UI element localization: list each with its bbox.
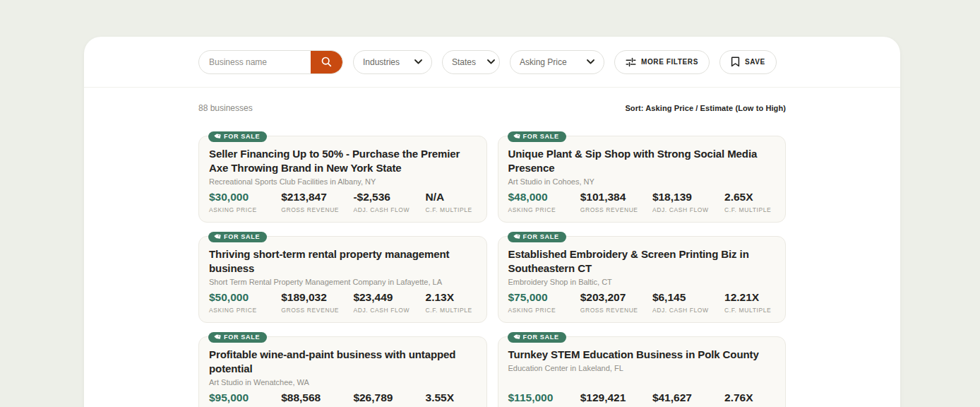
listing-metrics: $95,000 ASKING PRICE $88,568 GROSS REVEN… <box>209 391 477 407</box>
for-sale-badge: FOR SALE <box>508 131 566 142</box>
metric-value: $88,568 <box>281 391 353 404</box>
save-search-button[interactable]: SAVE <box>719 50 777 74</box>
listing-metrics: $48,000 ASKING PRICE $101,384 GROSS REVE… <box>508 191 776 213</box>
metric-value: N/A <box>426 191 477 204</box>
metric: $75,000 ASKING PRICE <box>508 291 580 314</box>
metric-label: GROSS REVENUE <box>281 307 353 314</box>
for-sale-badge-label: FOR SALE <box>523 334 559 341</box>
tag-icon <box>214 234 221 240</box>
filter-toolbar: Industries States Asking Price <box>84 37 900 88</box>
metric-value: $203,207 <box>580 291 652 304</box>
metric-value: $41,627 <box>652 391 724 404</box>
metric-label: GROSS REVENUE <box>281 206 353 213</box>
metric-label: ADJ. CASH FLOW <box>353 307 425 314</box>
metric: $30,000 ASKING PRICE <box>209 191 281 213</box>
listing-subtitle: Short Term Rental Property Management Co… <box>209 278 477 286</box>
listing-title: Thriving short-term rental property mana… <box>209 247 477 276</box>
sort-control[interactable]: Sort: Asking Price / Estimate (Low to Hi… <box>625 104 786 112</box>
metric-value: $95,000 <box>209 391 281 404</box>
metric-value: $48,000 <box>508 191 580 204</box>
listing-metrics: $50,000 ASKING PRICE $189,032 GROSS REVE… <box>209 291 477 314</box>
industries-dropdown[interactable]: Industries <box>353 50 432 74</box>
metric: $41,627 ADJ. CASH FLOW <box>652 391 724 407</box>
metric: $95,000 ASKING PRICE <box>209 391 281 407</box>
metric-label: ASKING PRICE <box>508 206 580 213</box>
listing-card[interactable]: FOR SALE Turnkey STEM Education Business… <box>498 336 787 407</box>
listing-card[interactable]: FOR SALE Unique Plant & Sip Shop with St… <box>498 136 787 223</box>
metric-value: $115,000 <box>508 391 580 404</box>
metric-value: $101,384 <box>580 191 652 204</box>
metric-label: C.F. MULTIPLE <box>426 206 477 213</box>
metric-value: $30,000 <box>209 191 281 204</box>
metric: $6,145 ADJ. CASH FLOW <box>652 291 724 314</box>
results-bar: 88 businesses Sort: Asking Price / Estim… <box>198 103 786 113</box>
search-button[interactable] <box>311 51 342 73</box>
metric: 2.13X C.F. MULTIPLE <box>426 291 477 314</box>
metric: 2.65X C.F. MULTIPLE <box>724 191 775 213</box>
metric: 3.55X C.F. MULTIPLE <box>426 391 477 407</box>
listing-card[interactable]: FOR SALE Thriving short-term rental prop… <box>198 236 487 323</box>
listing-card[interactable]: FOR SALE Profitable wine-and-paint busin… <box>198 336 487 407</box>
listing-title: Established Embroidery & Screen Printing… <box>508 247 776 276</box>
metric: $88,568 GROSS REVENUE <box>281 391 353 407</box>
metric: 2.76X C.F. MULTIPLE <box>724 391 775 407</box>
listing-subtitle: Embroidery Shop in Baltic, CT <box>508 278 776 286</box>
for-sale-badge: FOR SALE <box>208 232 267 242</box>
metric: $50,000 ASKING PRICE <box>209 291 281 314</box>
metric-value: $75,000 <box>508 291 580 304</box>
metric: $203,207 GROSS REVENUE <box>580 291 652 314</box>
metric: $18,139 ADJ. CASH FLOW <box>652 191 724 213</box>
metric: $48,000 ASKING PRICE <box>508 191 580 213</box>
listing-title: Profitable wine-and-paint business with … <box>209 348 477 376</box>
asking-price-dropdown-label: Asking Price <box>520 57 567 67</box>
listing-subtitle: Recreational Sports Club Facilities in A… <box>209 177 477 186</box>
search-input[interactable] <box>199 51 311 73</box>
metric-label: GROSS REVENUE <box>580 206 652 213</box>
metric: $26,789 ADJ. CASH FLOW <box>353 391 425 407</box>
save-label: SAVE <box>745 58 765 66</box>
tag-icon <box>214 334 221 341</box>
sliders-icon <box>626 57 636 67</box>
metric-value: $23,449 <box>353 291 425 304</box>
metric-label: C.F. MULTIPLE <box>724 307 775 314</box>
listing-subtitle: Art Studio in Wenatchee, WA <box>209 378 477 387</box>
metric-value: -$2,536 <box>353 191 425 204</box>
states-dropdown[interactable]: States <box>442 50 500 74</box>
chevron-down-icon <box>487 59 495 64</box>
for-sale-badge: FOR SALE <box>208 131 267 142</box>
tag-icon <box>513 234 520 240</box>
listing-card[interactable]: FOR SALE Established Embroidery & Screen… <box>498 236 787 323</box>
listing-metrics: $115,000 ASKING PRICE $129,421 GROSS REV… <box>508 391 776 407</box>
tag-icon <box>513 134 520 140</box>
metric-value: $26,789 <box>353 391 425 404</box>
for-sale-badge: FOR SALE <box>208 332 267 343</box>
metric-value: $129,421 <box>580 391 652 404</box>
for-sale-badge-label: FOR SALE <box>523 234 559 240</box>
more-filters-button[interactable]: MORE FILTERS <box>614 50 710 74</box>
metric-label: ADJ. CASH FLOW <box>353 206 425 213</box>
metric-label: ADJ. CASH FLOW <box>652 307 724 314</box>
main-panel: Industries States Asking Price <box>84 37 900 407</box>
asking-price-dropdown[interactable]: Asking Price <box>510 50 604 74</box>
metric-value: $18,139 <box>652 191 724 204</box>
metric-label: C.F. MULTIPLE <box>426 307 477 314</box>
for-sale-badge-label: FOR SALE <box>224 234 260 240</box>
chevron-down-icon <box>414 59 422 64</box>
metric-label: C.F. MULTIPLE <box>724 206 775 213</box>
tag-icon <box>214 134 221 140</box>
metric: $101,384 GROSS REVENUE <box>580 191 652 213</box>
for-sale-badge-label: FOR SALE <box>224 134 260 140</box>
metric-value: $213,847 <box>281 191 353 204</box>
metric: 12.21X C.F. MULTIPLE <box>724 291 775 314</box>
metric-label: ASKING PRICE <box>209 307 281 314</box>
listing-subtitle: Education Center in Lakeland, FL <box>508 364 776 372</box>
results-count: 88 businesses <box>198 103 253 113</box>
listing-card[interactable]: FOR SALE Seller Financing Up to 50% - Pu… <box>198 136 487 223</box>
metric: -$2,536 ADJ. CASH FLOW <box>353 191 425 213</box>
metric-value: 3.55X <box>426 391 477 404</box>
metric-value: 2.65X <box>724 191 775 204</box>
metric: N/A C.F. MULTIPLE <box>426 191 477 213</box>
listing-metrics: $75,000 ASKING PRICE $203,207 GROSS REVE… <box>508 291 776 314</box>
search-icon <box>321 56 333 68</box>
listing-title: Turnkey STEM Education Business in Polk … <box>508 348 776 362</box>
